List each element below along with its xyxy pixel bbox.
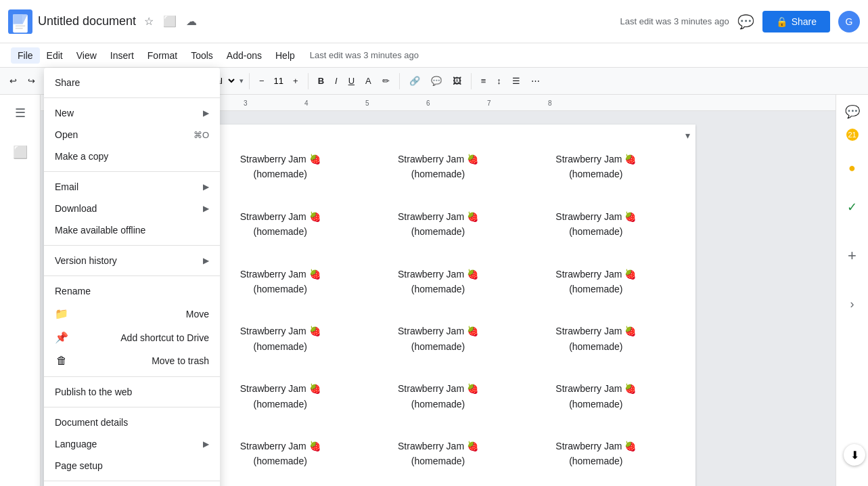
grid-cell: Strawberry Jam 🍓(homemade) [366,267,510,297]
email-label: Email [55,181,78,192]
cell-line1: Strawberry Jam 🍓 [366,209,510,224]
menu-view[interactable]: View [70,47,104,64]
share-icon: 🔒 [776,16,787,27]
top-right-actions: Last edit was 3 minutes ago 💬 🔒 Share G [620,11,860,32]
folder-icon[interactable]: ⬜ [160,12,179,30]
version-history-label: Version history [55,255,117,266]
menu-item-share[interactable]: Share [44,72,220,93]
cell-line2: (homemade) [366,167,510,181]
comment-toolbar-button[interactable]: 💬 [427,73,446,89]
menu-item-make-copy[interactable]: Make a copy [44,146,220,167]
menu-insert[interactable]: Insert [104,47,141,64]
menu-item-make-offline[interactable]: Make available offline [44,219,220,241]
email-arrow: ▶ [203,182,209,192]
move-label: Move [186,309,209,319]
menu-item-move[interactable]: 📁 Move [44,302,220,326]
grid-cell: Strawberry Jam 🍓(homemade) [366,209,510,240]
cell-line1: Strawberry Jam 🍓 [208,381,352,396]
cell-line2: (homemade) [366,282,510,296]
cell-line2: (homemade) [524,224,668,239]
more-toolbar[interactable]: ⋯ [527,73,544,89]
toolbar-divider-6 [399,73,400,89]
sidebar-right: 💬 21 ● ✓ + › ⬇ [836,95,868,486]
document-title[interactable]: Untitled document [38,14,136,28]
menu-item-move-trash[interactable]: 🗑 Move to trash [44,349,220,372]
menu-tools[interactable]: Tools [184,47,220,64]
font-size-value[interactable]: 11 [271,76,286,86]
collapse-button[interactable]: ▾ [685,130,690,141]
grammarly-icon[interactable]: ● [844,157,860,179]
document-grid: Strawberry Jam 🍓(homemade)Strawberry Jam… [208,152,668,469]
menu-item-publish[interactable]: Publish to the web [44,381,220,403]
bold-button[interactable]: B [314,73,328,89]
nav-down-button[interactable]: ⬇ [844,444,865,466]
grid-cell: Strawberry Jam 🍓(homemade) [524,267,668,297]
font-dropdown-arrow: ▾ [239,76,244,85]
grid-cell: Strawberry Jam 🍓(homemade) [366,324,510,354]
cell-line1: Strawberry Jam 🍓 [208,152,352,167]
add-shortcut-label: Add shortcut to Drive [120,332,209,343]
menu-file[interactable]: File [11,47,40,64]
block-icon[interactable]: ⬜ [7,139,33,165]
font-size-increase[interactable]: + [289,73,302,89]
cell-line2: (homemade) [366,454,510,468]
cell-line1: Strawberry Jam 🍓 [524,209,668,224]
avatar[interactable]: G [838,11,860,32]
menu-item-download[interactable]: Download ▶ [44,198,220,219]
cell-line1: Strawberry Jam 🍓 [366,324,510,338]
cell-line1: Strawberry Jam 🍓 [208,267,352,282]
menu-format[interactable]: Format [141,47,184,64]
menu-help[interactable]: Help [269,47,302,64]
text-color-button[interactable]: A [361,73,375,89]
redo-button[interactable]: ↪ [24,73,39,89]
menu-item-email[interactable]: Email ▶ [44,176,220,198]
grid-cell: Strawberry Jam 🍓(homemade) [366,439,510,469]
cell-line2: (homemade) [366,224,510,239]
menu-item-rename[interactable]: Rename [44,280,220,302]
doc-details-label: Document details [55,417,128,428]
line-spacing-button[interactable]: ↕ [493,73,505,89]
add-section-icon[interactable]: + [844,243,861,269]
cloud-icon[interactable]: ☁ [183,12,200,30]
divider-1 [44,97,220,98]
menu-item-language[interactable]: Language ▶ [44,433,220,455]
cell-line1: Strawberry Jam 🍓 [524,324,668,338]
font-size-decrease[interactable]: − [255,73,269,89]
grid-cell: Strawberry Jam 🍓(homemade) [366,381,510,412]
image-button[interactable]: 🖼 [449,73,465,89]
new-item-label: New [55,108,74,118]
align-button[interactable]: ≡ [477,73,490,89]
doc-outline-icon[interactable]: ☰ [9,100,31,126]
comment-button[interactable]: 💬 [737,14,754,30]
menu-item-add-shortcut[interactable]: 📌 Add shortcut to Drive [44,326,220,349]
menu-item-page-setup[interactable]: Page setup [44,455,220,477]
grid-cell: Strawberry Jam 🍓(homemade) [208,267,352,297]
language-arrow: ▶ [203,439,209,449]
green-check-icon[interactable]: ✓ [843,196,861,219]
expand-right-icon[interactable]: › [846,293,859,315]
italic-button[interactable]: I [331,73,342,89]
cell-line1: Strawberry Jam 🍓 [366,267,510,282]
star-icon[interactable]: ☆ [141,12,156,30]
docs-logo-icon [8,9,32,34]
menu-item-version-history[interactable]: Version history ▶ [44,250,220,271]
menu-item-open[interactable]: Open ⌘O [44,124,220,146]
cell-line1: Strawberry Jam 🍓 [366,439,510,454]
chat-icon[interactable]: 💬 [841,100,864,123]
menu-addons[interactable]: Add-ons [220,47,269,64]
menu-edit[interactable]: Edit [40,47,70,64]
last-edit-menubar: Last edit was 3 minutes ago [310,50,419,60]
share-button[interactable]: 🔒 Share [762,11,830,32]
highlight-button[interactable]: ✏ [378,73,394,89]
grid-cell: Strawberry Jam 🍓(homemade) [208,209,352,240]
file-menu-dropdown: Share New ▶ Open ⌘O Make a copy Email ▶ … [44,68,220,486]
underline-button[interactable]: U [344,73,359,89]
list-button[interactable]: ☰ [508,73,524,89]
cell-line2: (homemade) [208,454,352,468]
link-button[interactable]: 🔗 [405,73,424,89]
undo-button[interactable]: ↩ [5,73,21,89]
menu-item-new[interactable]: New ▶ [44,102,220,124]
shortcut-icon: 📌 [55,331,68,344]
menu-item-doc-details[interactable]: Document details [44,412,220,433]
page-setup-label: Page setup [55,460,103,471]
